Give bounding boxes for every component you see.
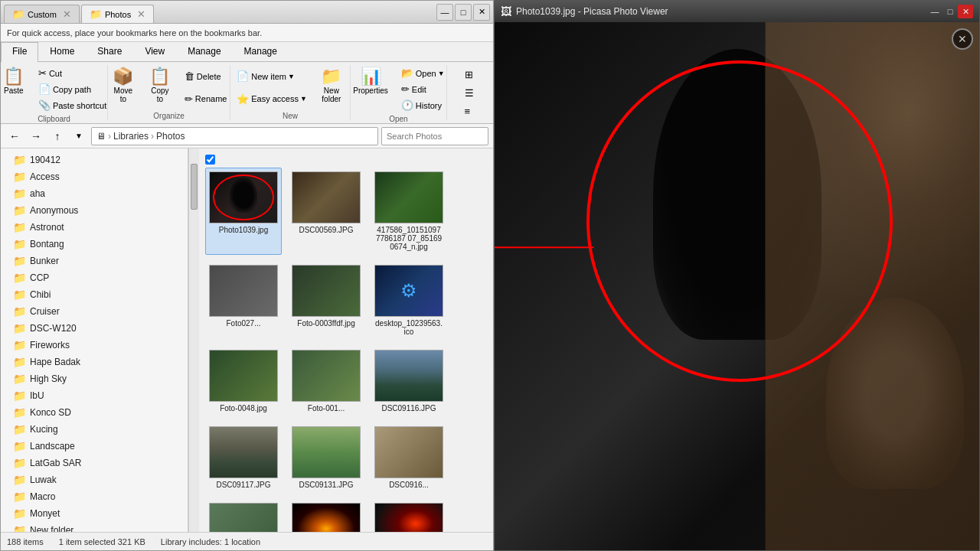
- sidebar-item-access[interactable]: 📁 Access: [1, 168, 188, 185]
- sidebar-item-astronot[interactable]: 📁 Astronot: [1, 219, 188, 236]
- new-folder-label: New folder: [320, 86, 343, 103]
- edit-button[interactable]: ✏ Edit: [397, 81, 449, 97]
- organize-items: 📦 Move to 📋 Copy to 🗑 Delete ✏: [106, 65, 232, 110]
- ribbon-tab-home[interactable]: Home: [38, 42, 86, 62]
- close-button[interactable]: ✕: [473, 4, 490, 21]
- sidebar-item-ibu[interactable]: 📁 IbU: [1, 387, 188, 404]
- sidebar-item-chibi[interactable]: 📁 Chibi: [1, 286, 188, 303]
- up-button[interactable]: ↑: [48, 127, 67, 145]
- file-name-desktop: desktop_10239563.ico: [374, 319, 443, 336]
- file-item-dsc09131[interactable]: DSC09131.JPG: [288, 422, 364, 493]
- folder-dsc-icon: 📁: [13, 322, 26, 334]
- sidebar-item-luwak[interactable]: 📁 Luwak: [1, 471, 188, 488]
- restore-button[interactable]: □: [455, 4, 472, 21]
- file-item-dsc09297[interactable]: DSC09297.JPG: [288, 499, 364, 532]
- extra-btn3[interactable]: ≡: [460, 103, 481, 119]
- sidebar-item-kucing[interactable]: 📁 Kucing: [1, 421, 188, 438]
- cut-button[interactable]: ✂ Cut: [34, 65, 111, 81]
- sidebar-item-monyet[interactable]: 📁 Monyet: [1, 505, 188, 522]
- open-button[interactable]: 📂 Open ▼: [397, 65, 449, 81]
- sidebar-item-highsky[interactable]: 📁 High Sky: [1, 370, 188, 387]
- file-item-foto0048[interactable]: Foto-0048.jpg: [205, 346, 282, 416]
- sidebar-item-macro[interactable]: 📁 Macro: [1, 488, 188, 505]
- file-item-dsc00569[interactable]: DSC00569.JPG: [288, 168, 364, 255]
- rename-button[interactable]: ✏ Rename: [180, 91, 232, 107]
- new-folder-button[interactable]: 📁 New folder: [315, 65, 348, 106]
- new-top-col: 📄 New item ▼ ⭐ Easy access ▼: [232, 65, 312, 110]
- picasa-minimize[interactable]: —: [927, 5, 942, 18]
- copy-path-button[interactable]: 📄 Copy path: [34, 81, 111, 97]
- sidebar-scrollbar[interactable]: [188, 148, 199, 532]
- file-item-dsc0916x[interactable]: DSC0916...: [371, 422, 447, 493]
- sidebar-item-anonymous[interactable]: 📁 Anonymous: [1, 202, 188, 219]
- file-item-417586[interactable]: 417586_101510977786187 07_851690674_n.jp…: [371, 168, 447, 255]
- search-input[interactable]: [381, 127, 488, 145]
- sidebar-item-newfolder[interactable]: 📁 New folder: [1, 522, 188, 532]
- sidebar-item-landscape[interactable]: 📁 Landscape: [1, 438, 188, 455]
- ribbon-tab-manage2[interactable]: Manage: [233, 42, 289, 62]
- file-name-foto027: Foto027...: [226, 319, 260, 328]
- minimize-button[interactable]: —: [436, 4, 453, 21]
- folder-latgab-icon: 📁: [13, 457, 26, 469]
- file-item-foto001[interactable]: Foto-001...: [288, 346, 364, 416]
- explorer-window: 📁 Custom ✕ 📁 Photos ✕ — □ ✕ For quick ac…: [0, 0, 494, 551]
- sidebar-item-dsc[interactable]: 📁 DSC-W120: [1, 320, 188, 337]
- paste-shortcut-button[interactable]: 📎 Paste shortcut: [34, 97, 111, 113]
- history-button[interactable]: 🕐 History: [397, 97, 449, 113]
- ribbon-tab-share[interactable]: Share: [86, 42, 133, 62]
- tab-close-custom[interactable]: ✕: [63, 8, 71, 20]
- properties-button[interactable]: 📊 Properties: [348, 65, 394, 98]
- folder-bunker-icon: 📁: [13, 255, 26, 267]
- sidebar-item-bunker[interactable]: 📁 Bunker: [1, 253, 188, 269]
- back-button[interactable]: ←: [5, 127, 24, 145]
- delete-button[interactable]: 🗑 Delete: [180, 68, 232, 84]
- move-to-button[interactable]: 📦 Move to: [106, 65, 140, 106]
- file-item-foto027[interactable]: Foto027...: [205, 261, 282, 340]
- folder-access-icon: 📁: [13, 171, 26, 183]
- picasa-close[interactable]: ✕: [958, 5, 973, 18]
- sidebar-item-190412[interactable]: 📁 190412: [1, 152, 188, 168]
- sidebar-item-aha[interactable]: 📁 aha: [1, 185, 188, 202]
- forward-button[interactable]: →: [27, 127, 45, 145]
- file-item-dsc09175[interactable]: DSC09175.JPG: [205, 499, 282, 532]
- sidebar-item-hapebadak[interactable]: 📁 Hape Badak: [1, 354, 188, 370]
- sidebar-item-fireworks[interactable]: 📁 Fireworks: [1, 337, 188, 354]
- organize-label: Organize: [153, 112, 185, 120]
- file-item-dsc09301[interactable]: DSC09301.JPG: [371, 499, 447, 532]
- copy-to-button[interactable]: 📋 Copy to: [143, 65, 177, 106]
- tab-close-photos[interactable]: ✕: [137, 8, 145, 20]
- close-x-button[interactable]: ✕: [952, 28, 973, 50]
- file-name-dsc0916x: DSC0916...: [389, 481, 429, 489]
- extra-items: ⊞ ☰ ≡: [460, 65, 481, 120]
- tab-custom[interactable]: 📁 Custom ✕: [4, 5, 80, 23]
- ribbon-tab-file[interactable]: File: [1, 42, 38, 62]
- new-item-button[interactable]: 📄 New item ▼: [232, 68, 312, 84]
- sidebar-item-cruiser[interactable]: 📁 Cruiser: [1, 303, 188, 320]
- extra-btn1[interactable]: ⊞: [460, 67, 481, 83]
- file-item-dsc09116[interactable]: DSC09116.JPG: [371, 346, 447, 416]
- easy-access-button[interactable]: ⭐ Easy access ▼: [232, 91, 312, 107]
- extra-btn2[interactable]: ☰: [460, 85, 481, 101]
- ribbon-tab-manage1[interactable]: Manage: [176, 42, 232, 62]
- sidebar-item-bontang[interactable]: 📁 Bontang: [1, 236, 188, 253]
- file-item-photo1039[interactable]: Photo1039.jpg: [205, 168, 282, 255]
- down-arrow-button[interactable]: ▼: [70, 127, 88, 145]
- copy-to-label: Copy to: [149, 86, 172, 103]
- paste-button[interactable]: 📋 Paste: [0, 65, 31, 98]
- sidebar-item-koncosd[interactable]: 📁 Konco SD: [1, 404, 188, 421]
- ribbon-tab-view[interactable]: View: [133, 42, 176, 62]
- sidebar-item-ccp[interactable]: 📁 CCP: [1, 269, 188, 286]
- file-name-dsc09117: DSC09117.JPG: [216, 481, 270, 489]
- file-item-foto0003[interactable]: Foto-0003ffdf.jpg: [288, 261, 364, 340]
- address-path[interactable]: 🖥 › Libraries › Photos: [91, 127, 378, 145]
- select-all-checkbox[interactable]: [205, 155, 215, 165]
- file-item-dsc09117[interactable]: DSC09117.JPG: [205, 422, 282, 493]
- history-label: History: [416, 101, 442, 110]
- sidebar-scroll-thumb[interactable]: [191, 164, 198, 210]
- sidebar-item-latgab[interactable]: 📁 LatGab SAR: [1, 455, 188, 471]
- copy-to-icon: 📋: [149, 68, 170, 85]
- file-grid: Photo1039.jpg DSC00569.JPG 417586_101510…: [205, 168, 487, 532]
- file-item-desktop[interactable]: ⚙ desktop_10239563.ico: [371, 261, 447, 340]
- tab-photos[interactable]: 📁 Photos ✕: [81, 5, 154, 23]
- picasa-restore[interactable]: □: [942, 5, 958, 18]
